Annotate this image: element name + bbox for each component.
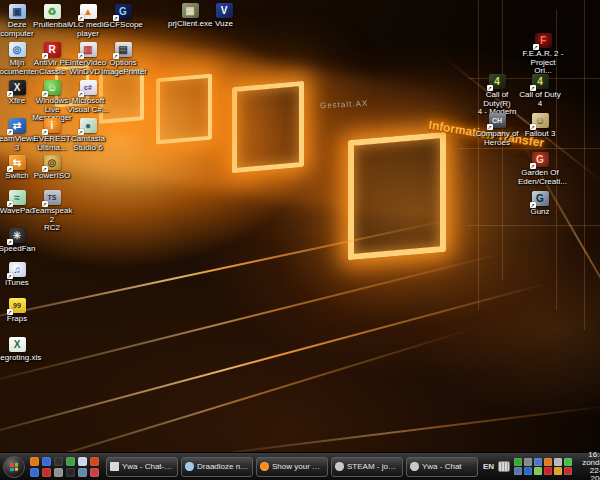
speedfan-icon: ✳↗	[9, 228, 26, 243]
fraps-icon: 99↗	[9, 298, 26, 313]
taskbar-button-label: Draadloze netwerk...	[197, 462, 249, 471]
desktop-icon-itunes[interactable]: ♫↗iTunes	[0, 262, 39, 288]
poweriso-icon: ◎↗	[44, 155, 61, 170]
shortcut-arrow-icon: ↗	[78, 91, 84, 97]
everest-ultimate-icon: i↗	[44, 118, 61, 133]
start-button[interactable]	[3, 456, 25, 478]
desktop-icon-gunz[interactable]: G↗Gunz	[518, 191, 562, 217]
desktop[interactable]: Gestalt.AX Information Transfer ▣Deze co…	[0, 0, 600, 452]
windows-logo-icon	[10, 462, 18, 471]
quicklaunch-app-green-icon[interactable]	[66, 457, 75, 466]
shortcut-arrow-icon: ↗	[42, 201, 48, 207]
quicklaunch-utility-gray-icon[interactable]	[54, 468, 63, 477]
desktop-icon-label: Vuze	[202, 20, 246, 29]
fallout-3-icon: ☺↗	[532, 113, 549, 128]
quicklaunch-gom-player-icon[interactable]	[42, 468, 51, 477]
shortcut-arrow-icon: ↗	[530, 202, 536, 208]
desktop-icon-fear-2-project-origin[interactable]: F↗F.E.A.R. 2 - Project Ori...	[521, 33, 565, 76]
desktop-icon-camtasia-studio-6[interactable]: ●↗Camtasia Studio 6	[66, 118, 110, 152]
tray-avira-icon[interactable]	[544, 467, 552, 475]
taskbar-button-draadloze-netwerk[interactable]: Draadloze netwerk...	[181, 457, 253, 477]
desktop-icon-garden-of-eden-creation[interactable]: G↗Garden Of Eden/Creati...	[518, 152, 562, 186]
tray-volume-icon[interactable]	[564, 467, 572, 475]
desktop-icon-fallout-3[interactable]: ☺↗Fallout 3	[518, 113, 562, 139]
desktop-icon-call-of-duty-4[interactable]: 4↗Call of Duty 4	[518, 74, 562, 108]
camtasia-studio-6-icon: ●↗	[80, 118, 97, 133]
itunes-icon: ♫↗	[9, 262, 26, 277]
quicklaunch-app-blue-icon[interactable]	[42, 457, 51, 466]
shortcut-arrow-icon: ↗	[530, 124, 536, 130]
desktop-icon-label: Options ImagePrinter	[101, 59, 145, 76]
taskbar-clock: 16:43 zondag 22-2-2009	[579, 451, 600, 480]
desktop-icon-label: Gunz	[518, 208, 562, 217]
system-tray: EN 16:43 zondag 22-2-2009	[483, 451, 600, 480]
quicklaunch-app-red-icon[interactable]	[90, 457, 99, 466]
company-of-heroes-icon: CH↗	[489, 113, 506, 128]
tray-app-blue-icon[interactable]	[534, 458, 542, 466]
desktop-icon-label: Camtasia Studio 6	[66, 135, 110, 152]
clock-date: 22-2-2009	[579, 467, 600, 480]
shortcut-arrow-icon: ↗	[113, 15, 119, 21]
taskbar-button-label: STEAM - joerdgs	[347, 462, 399, 471]
taskbar-button-label: Ywa - Chat	[422, 462, 462, 471]
language-indicator[interactable]: EN	[483, 462, 494, 471]
quicklaunch-app-steel-icon[interactable]	[78, 468, 87, 477]
shortcut-arrow-icon: ↗	[530, 85, 536, 91]
shortcut-arrow-icon: ↗	[113, 53, 119, 59]
wireless-network-icon	[185, 462, 194, 471]
desktop-icon-label: Call of Duty 4	[518, 91, 562, 108]
quicklaunch-app-blue-2-icon[interactable]	[30, 468, 39, 477]
tray-app-orange-icon[interactable]	[544, 458, 552, 466]
quicklaunch-app-black-icon[interactable]	[66, 468, 75, 477]
xfire-icon: X↗	[9, 80, 26, 95]
desktop-icon-microsoft-visual-csharp[interactable]: c#↗Microsoft Visual C#...	[66, 80, 110, 114]
shortcut-arrow-icon: ↗	[7, 273, 13, 279]
desktop-icon-options-imageprinter[interactable]: ▤↗Options ImagePrinter	[101, 42, 145, 76]
tray-messenger-icon[interactable]	[534, 467, 542, 475]
taskbar-button-firefox[interactable]: Show your deskto...	[256, 457, 328, 477]
desktop-icon-begroting-xls[interactable]: XBegroting.xls	[0, 337, 39, 363]
taskbar-buttons: Ywa - Chat-VensterDraadloze netwerk...Sh…	[106, 457, 478, 477]
teamviewer-3-icon: ⇄↗	[9, 118, 26, 133]
desktop-icon-label: F.E.A.R. 2 - Project Ori...	[521, 50, 565, 76]
quicklaunch-firefox-icon[interactable]	[30, 457, 39, 466]
desktop-icon-teamspeak-2-rc2[interactable]: TS↗Teamspeak 2 RC2	[30, 190, 74, 233]
intervideo-windvd-icon: ▥↗	[80, 42, 97, 57]
desktop-icon-poweriso[interactable]: ◎↗PowerISO	[30, 155, 74, 181]
tray-xfire-icon[interactable]	[564, 458, 572, 466]
keyboard-icon[interactable]	[498, 461, 510, 472]
tray-steam-icon[interactable]	[524, 458, 532, 466]
vuze-icon: V	[216, 3, 233, 18]
tray-wavepad-icon[interactable]	[514, 458, 522, 466]
desktop-icon-vuze[interactable]: VVuze	[202, 3, 246, 29]
tray-mail-icon[interactable]	[554, 467, 562, 475]
desktop-icon-company-of-heroes[interactable]: CH↗Company of Heroes	[475, 113, 519, 147]
desktop-icon-speedfan[interactable]: ✳↗SpeedFan	[0, 228, 39, 254]
shortcut-arrow-icon: ↗	[7, 129, 13, 135]
desktop-icon-label: Fallout 3	[518, 130, 562, 139]
shortcut-arrow-icon: ↗	[487, 85, 493, 91]
desktop-icon-label: Begroting.xls	[0, 354, 39, 363]
taskbar-button-label: Ywa - Chat-Venster	[122, 462, 174, 471]
switch-icon: ⇆↗	[9, 155, 26, 170]
shortcut-arrow-icon: ↗	[530, 163, 536, 169]
taskbar-button-steam[interactable]: STEAM - joerdgs	[331, 457, 403, 477]
shortcut-arrow-icon: ↗	[78, 53, 84, 59]
steam-icon	[335, 462, 344, 471]
taskbar-button-ywa-chat-venster[interactable]: Ywa - Chat-Venster	[106, 457, 178, 477]
desktop-icon-gcfscope[interactable]: G↗GCFScope	[101, 4, 145, 30]
tray-app-gray-icon[interactable]	[554, 458, 562, 466]
quicklaunch-image-viewer-icon[interactable]	[78, 457, 87, 466]
shortcut-arrow-icon: ↗	[7, 201, 13, 207]
tray-network-icon[interactable]	[514, 467, 522, 475]
quicklaunch-app-crimson-icon[interactable]	[90, 468, 99, 477]
deze-computer-icon: ▣	[9, 4, 26, 19]
quicklaunch-app-dark-icon[interactable]	[54, 457, 63, 466]
taskbar-button-ywa-chat[interactable]: Ywa - Chat	[406, 457, 478, 477]
desktop-icon-label: Microsoft Visual C#...	[66, 97, 110, 114]
options-imageprinter-icon: ▤↗	[115, 42, 132, 57]
desktop-icon-fraps[interactable]: 99↗Fraps	[0, 298, 39, 324]
tray-teamviewer-icon[interactable]	[524, 467, 532, 475]
shortcut-arrow-icon: ↗	[7, 91, 13, 97]
vlc-media-player-icon: ▲↗	[80, 4, 97, 19]
